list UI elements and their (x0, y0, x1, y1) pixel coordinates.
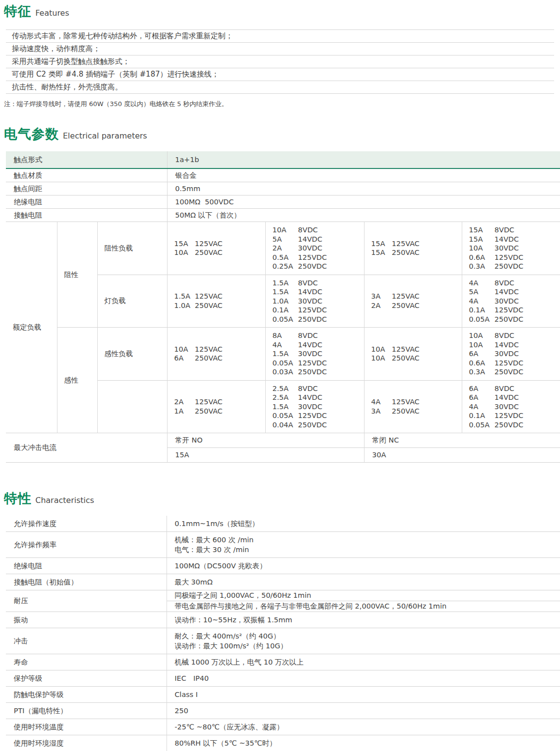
current-value: 6A (174, 354, 195, 363)
load-rating-cell: 6A8VDC6A14VDC4A30VDC0.1A125VDC0.05A250VD… (462, 380, 560, 433)
current-value: 0.05A (273, 411, 298, 420)
current-value: 15A (174, 239, 195, 249)
param-row: 绝缘电阻100MΩ 500VDC (6, 195, 560, 209)
rating-pair: 1.5A30VDC (273, 349, 362, 359)
rating-pair: 4A8VDC (469, 278, 559, 288)
rating-pair: 1.5A8VDC (273, 278, 362, 288)
characteristic-row: 保护等级IEC IP40 (6, 670, 560, 687)
char-value-line: Class Ⅰ (175, 690, 557, 699)
load-rating-cell: 10A125VAC6A250VAC (167, 328, 265, 381)
rating-pair: 4A125VAC (371, 397, 460, 407)
electrical-parameters-table: 触点形式1a+1b触点材质银合金触点间距0.5mm绝缘电阻100MΩ 500VD… (6, 151, 560, 463)
rating-pair: 10A250VAC (371, 354, 460, 363)
electrical-parameters-section: 电气参数Electrical parameters 触点形式1a+1b触点材质银… (0, 126, 560, 463)
rating-pair: 10A250VAC (174, 248, 263, 257)
rating-pair: 0.3A250VDC (469, 262, 559, 271)
char-label: 耐压 (6, 590, 167, 612)
voltage-value: 125VAC (195, 239, 223, 249)
rating-pair: 4A14VDC (273, 340, 362, 350)
char-value-line: 最大 30mΩ (175, 577, 557, 587)
char-value: 误动作：10~55Hz，双振幅 1.5mm (167, 612, 560, 628)
voltage-value: 8VDC (298, 331, 318, 340)
current-value: 1.5A (174, 292, 195, 301)
param-value: 0.5mm (167, 182, 560, 195)
characteristic-row: 接触电阻（初始值）最大 30mΩ (6, 574, 560, 590)
voltage-value: 125VDC (298, 306, 327, 315)
param-label: 触点材质 (6, 168, 167, 182)
char-label: 绝缘电阻 (6, 558, 167, 574)
char-value: 同极端子之间 1,000VAC，50/60Hz 1min (167, 590, 560, 601)
current-value: 0.3A (469, 262, 495, 271)
current-value: 0.05A (469, 315, 495, 324)
voltage-value: 125VAC (392, 397, 420, 407)
rating-pair: 2.5A8VDC (273, 384, 362, 393)
voltage-value: 250VAC (195, 354, 223, 363)
current-value: 0.6A (469, 359, 495, 368)
current-value: 10A (469, 340, 495, 350)
rating-pair: 0.05A125VDC (273, 359, 362, 368)
char-label: 冲击 (6, 628, 167, 654)
current-value: 10A (469, 331, 495, 340)
elec-tbody: 触点形式1a+1b触点材质银合金触点间距0.5mm绝缘电阻100MΩ 500VD… (6, 151, 560, 463)
rating-pair: 5A14VDC (469, 287, 559, 297)
rating-pair: 6A14VDC (469, 393, 559, 402)
rating-pair: 2A125VAC (174, 397, 263, 407)
current-value: 10A (371, 345, 392, 354)
rating-pair: 6A8VDC (469, 384, 559, 393)
char-label: 接触电阻（初始值） (6, 574, 167, 590)
current-value: 15A (371, 239, 392, 249)
current-value: 0.6A (469, 253, 495, 262)
char-value: 机械 1000 万次以上，电气 10 万次以上 (167, 654, 560, 670)
current-value: 2.5A (273, 384, 298, 393)
char-value: 250 (167, 703, 560, 719)
char-label: 使用时环境温度 (6, 719, 167, 735)
rating-pair: 1.5A14VDC (273, 287, 362, 297)
current-value: 0.04A (273, 420, 298, 430)
char-label: 保护等级 (6, 670, 167, 687)
rating-pair: 10A30VDC (469, 244, 559, 253)
load-rating-cell: 10A8VDC10A14VDC6A30VDC0.6A125VDC0.3A250V… (462, 328, 560, 381)
datasheet-page: 特征Features 传动形式丰富，除常规七种传动结构外，可根据客户需求重新定制… (0, 0, 560, 751)
rating-pair: 15A125VAC (174, 239, 263, 249)
voltage-value: 8VDC (495, 278, 514, 288)
load-rating-cell: 3A125VAC2A250VAC (364, 275, 462, 328)
rating-pair: 0.3A250VDC (469, 367, 559, 377)
feature-item: 可使用 C2 类即 #4.8 插销端子（英制 #187）进行快速接线； (6, 68, 554, 81)
voltage-value: 8VDC (298, 225, 318, 235)
load-rating-cell: 10A125VAC10A250VAC (364, 328, 462, 381)
param-row: 触点材质银合金 (6, 168, 560, 182)
feature-item: 操动速度快，动作精度高； (6, 42, 554, 55)
voltage-value: 8VDC (298, 278, 318, 288)
current-value: 2A (273, 244, 298, 253)
char-value-line: 误动作：10~55Hz，双振幅 1.5mm (175, 615, 557, 625)
voltage-value: 250VDC (298, 315, 327, 324)
electrical-title-en: Electrical parameters (63, 131, 147, 140)
rating-pair: 2A30VDC (273, 244, 362, 253)
characteristic-row: 允许操作速度0.1mm~1m/s（按钮型） (6, 516, 560, 532)
characteristic-row: 冲击耐久：最大 400m/s²（约 40G）误动作：最大 100m/s²（约 1… (6, 628, 560, 654)
voltage-value: 250VAC (392, 407, 420, 416)
rating-pair: 0.05A125VDC (273, 411, 362, 420)
char-value: -25℃ ~80℃（应无冰冻、凝露） (167, 719, 560, 735)
voltage-value: 30VDC (298, 402, 323, 412)
characteristics-title-en: Characteristics (35, 496, 94, 505)
current-value: 15A (371, 248, 392, 257)
rating-pair: 15A14VDC (469, 235, 559, 244)
char-value-line: 80%RH 以下（5℃ ~35℃时） (175, 738, 557, 748)
param-label: 触点间距 (6, 182, 167, 195)
inrush-nc-label: 常闭 NC (364, 433, 560, 448)
char-value-line: 0.1mm~1m/s（按钮型） (175, 519, 557, 528)
characteristics-section: 特性Characteristics 允许操作速度0.1mm~1m/s（按钮型）允… (0, 490, 560, 751)
rating-pair: 0.1A125VDC (469, 306, 559, 315)
char-label: 允许操作速度 (6, 516, 167, 532)
char-label: 防触电保护等级 (6, 687, 167, 703)
load-rating-cell: 15A125VAC10A250VAC (167, 222, 265, 275)
inrush-row: 最大冲击电流常开 NO常闭 NC (6, 433, 560, 448)
characteristics-title: 特性Characteristics (4, 490, 560, 509)
char-value-line: 机械：最大 600 次 /min (175, 535, 557, 545)
char-label: PTI（漏电特性） (6, 703, 167, 719)
voltage-value: 250VAC (195, 248, 223, 257)
characteristic-row: 使用时环境湿度80%RH 以下（5℃ ~35℃时） (6, 735, 560, 751)
char-value: 带电金属部件与接地之间，各端子与非带电金属部件之间 2,000VAC，50/60… (167, 601, 560, 612)
rating-pair: 4A30VDC (469, 402, 559, 412)
